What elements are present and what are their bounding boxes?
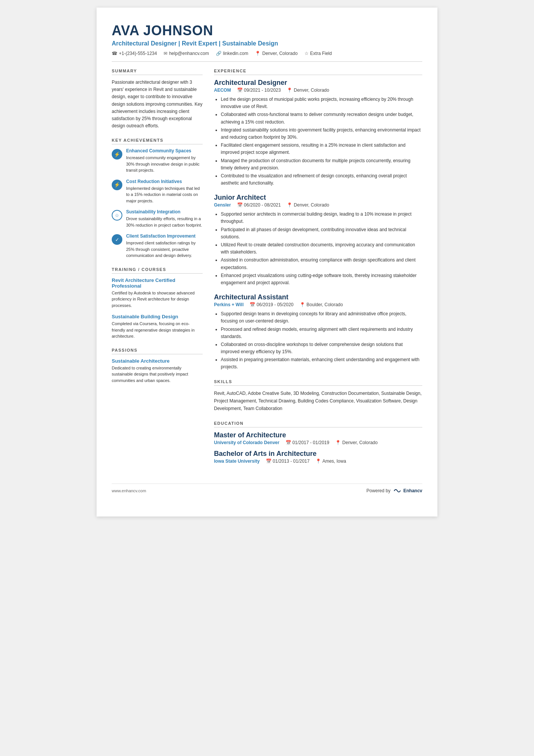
job-dates: 📅 09/2021 - 10/2023: [237, 88, 281, 93]
edu-school: University of Colorado Denver: [214, 440, 279, 445]
training-desc: Completed via Coursera, focusing on eco-…: [112, 321, 203, 340]
education-item: Master of Architecture University of Col…: [214, 431, 422, 445]
achievement-content: Client Satisfaction Improvement Improved…: [126, 233, 203, 259]
achievement-desc: Increased community engagement by 30% th…: [126, 155, 203, 174]
education-label: EDUCATION: [214, 421, 422, 427]
job-meta: AECOM 📅 09/2021 - 10/2023 📍 Denver, Colo…: [214, 88, 422, 93]
extra-contact: ☆ Extra Field: [304, 51, 332, 56]
passions-section: PASSIONS Sustainable Architecture Dedica…: [112, 348, 203, 384]
star-icon: ☆: [304, 51, 309, 56]
email-value: help@enhancv.com: [169, 51, 209, 56]
training-desc: Certified by Autodesk to showcase advanc…: [112, 290, 203, 309]
achievement-title: Cost Reduction Initiatives: [126, 179, 203, 184]
footer-brand: Powered by Enhancv: [367, 488, 422, 494]
phone-icon: ☎: [112, 51, 117, 56]
passions-list: Sustainable Architecture Dedicated to cr…: [112, 358, 203, 384]
linkedin-value: linkedin.com: [223, 51, 248, 56]
phone-contact: ☎ +1-(234)-555-1234: [112, 51, 157, 56]
achievement-desc: Implemented design techniques that led t…: [126, 185, 203, 204]
job-bullets: Supported design teams in developing con…: [214, 310, 422, 371]
job-meta: Perkins + Will 📅 06/2019 - 05/2020 📍 Bou…: [214, 302, 422, 307]
bullet-item: Contributed to the visualization and ref…: [221, 172, 422, 187]
training-label: TRAINING / COURSES: [112, 267, 203, 274]
resume-page: AVA JOHNSON Architectural Designer | Rev…: [97, 8, 437, 517]
achievement-title: Sustainability Integration: [126, 209, 203, 214]
achievements-section: KEY ACHIEVEMENTS ⚡ Enhanced Community Sp…: [112, 138, 203, 259]
experience-job: Junior Architect Gensler 📅 06/2020 - 08/…: [214, 194, 422, 286]
footer-url: www.enhancv.com: [112, 488, 146, 493]
left-column: SUMMARY Passionate architectural designe…: [112, 69, 203, 472]
header: AVA JOHNSON Architectural Designer | Rev…: [112, 23, 422, 62]
passion-item: Sustainable Architecture Dedicated to cr…: [112, 358, 203, 384]
achievement-title: Enhanced Community Spaces: [126, 148, 203, 153]
skills-text: Revit, AutoCAD, Adobe Creative Suite, 3D…: [214, 390, 422, 413]
education-section: EDUCATION Master of Architecture Univers…: [214, 421, 422, 464]
logo-icon: [393, 488, 402, 494]
skills-section: SKILLS Revit, AutoCAD, Adobe Creative Su…: [214, 379, 422, 413]
edu-school: Iowa State University: [214, 459, 260, 464]
job-meta: Gensler 📅 06/2020 - 08/2021 📍 Denver, Co…: [214, 202, 422, 208]
contact-bar: ☎ +1-(234)-555-1234 ✉ help@enhancv.com 🔗…: [112, 51, 422, 62]
training-title: Revit Architecture Certified Professiona…: [112, 277, 203, 289]
job-location: 📍 Denver, Colorado: [287, 88, 329, 93]
edu-meta: University of Colorado Denver 📅 01/2017 …: [214, 440, 422, 445]
footer: www.enhancv.com Powered by Enhancv: [112, 484, 422, 494]
bullet-item: Supported design teams in developing con…: [221, 310, 422, 325]
powered-by-text: Powered by: [367, 488, 390, 493]
edu-dates: 📅 01/2017 - 01/2019: [286, 440, 329, 445]
job-company: Gensler: [214, 202, 231, 208]
training-item: Revit Architecture Certified Professiona…: [112, 277, 203, 309]
job-dates: 📅 06/2020 - 08/2021: [237, 202, 281, 208]
bullet-item: Managed the production of construction d…: [221, 157, 422, 172]
edu-dates: 📅 01/2013 - 01/2017: [266, 459, 310, 464]
job-company: Perkins + Will: [214, 302, 244, 307]
right-column: EXPERIENCE Architectural Designer AECOM …: [214, 69, 422, 472]
job-bullets: Supported senior architects in commercia…: [214, 211, 422, 286]
phone-value: +1-(234)-555-1234: [119, 51, 157, 56]
bullet-item: Collaborated on cross-discipline worksho…: [221, 341, 422, 355]
job-title: Architectural Assistant: [214, 293, 422, 301]
achievement-item: ☆ Sustainability Integration Drove susta…: [112, 209, 203, 228]
email-contact: ✉ help@enhancv.com: [164, 51, 209, 56]
main-layout: SUMMARY Passionate architectural designe…: [112, 69, 422, 472]
achievement-content: Sustainability Integration Drove sustain…: [126, 209, 203, 228]
passions-label: PASSIONS: [112, 348, 203, 354]
training-section: TRAINING / COURSES Revit Architecture Ce…: [112, 267, 203, 340]
achievement-item: ✓ Client Satisfaction Improvement Improv…: [112, 233, 203, 259]
link-icon: 🔗: [216, 51, 222, 56]
edu-degree: Bachelor of Arts in Architecture: [214, 450, 422, 458]
achievement-desc: Drove sustainability efforts, resulting …: [126, 216, 203, 228]
bullet-item: Assisted in construction administration,…: [221, 257, 422, 271]
achievements-label: KEY ACHIEVEMENTS: [112, 138, 203, 144]
experience-section: EXPERIENCE Architectural Designer AECOM …: [214, 69, 422, 371]
location-icon: 📍: [255, 51, 261, 56]
enhancv-logo: Enhancv: [393, 488, 422, 494]
bullet-item: Collaborated with cross-functional teams…: [221, 111, 422, 125]
bullet-item: Integrated sustainability solutions into…: [221, 127, 422, 141]
linkedin-contact: 🔗 linkedin.com: [216, 51, 248, 56]
edu-degree: Master of Architecture: [214, 431, 422, 439]
summary-label: SUMMARY: [112, 69, 203, 75]
achievement-content: Cost Reduction Initiatives Implemented d…: [126, 179, 203, 204]
experience-job: Architectural Designer AECOM 📅 09/2021 -…: [214, 79, 422, 187]
achievements-list: ⚡ Enhanced Community Spaces Increased co…: [112, 148, 203, 259]
bullet-item: Assisted in preparing presentation mater…: [221, 356, 422, 371]
candidate-name: AVA JOHNSON: [112, 23, 422, 39]
summary-text: Passionate architectural designer with 3…: [112, 79, 203, 130]
job-bullets: Led the design process of municipal publ…: [214, 96, 422, 187]
job-location: 📍 Denver, Colorado: [287, 202, 329, 208]
job-location: 📍 Boulder, Colorado: [300, 302, 343, 307]
brand-name: Enhancv: [403, 488, 422, 493]
achievement-content: Enhanced Community Spaces Increased comm…: [126, 148, 203, 174]
bullet-item: Participated in all phases of design dev…: [221, 226, 422, 241]
bullet-item: Led the design process of municipal publ…: [221, 96, 422, 110]
skills-label: SKILLS: [214, 379, 422, 386]
achievement-icon: ⚡: [112, 180, 122, 190]
email-icon: ✉: [164, 51, 167, 56]
edu-location: 📍 Ames, Iowa: [315, 459, 346, 464]
bullet-item: Enhanced project visualizations using cu…: [221, 272, 422, 286]
achievement-desc: Improved client satisfaction ratings by …: [126, 240, 203, 259]
bullet-item: Facilitated client engagement sessions, …: [221, 142, 422, 156]
experience-list: Architectural Designer AECOM 📅 09/2021 -…: [214, 79, 422, 371]
location-contact: 📍 Denver, Colorado: [255, 51, 297, 56]
